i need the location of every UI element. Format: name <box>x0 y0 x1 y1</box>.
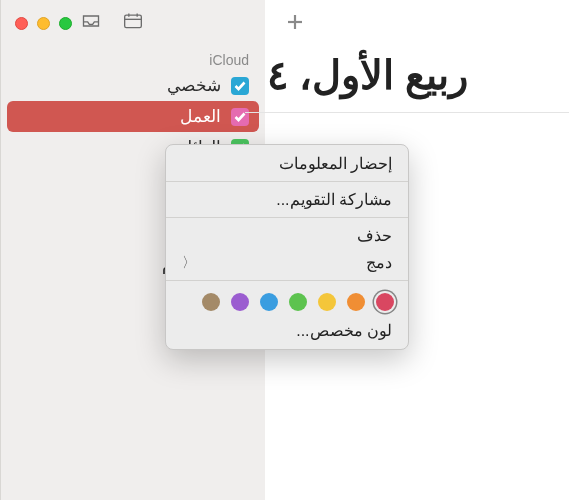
inbox-icon[interactable] <box>81 12 101 34</box>
chevron-left-icon: 〈 <box>182 254 196 272</box>
color-picker-row <box>166 285 408 317</box>
maximize-icon[interactable] <box>59 17 72 30</box>
menu-get-info[interactable]: إحضار المعلومات <box>166 150 408 177</box>
color-swatch[interactable] <box>289 293 307 311</box>
close-icon[interactable] <box>15 17 28 30</box>
calendar-label: العمل <box>17 106 221 127</box>
calendar-label: شخصي <box>17 75 221 96</box>
calendar-icon[interactable] <box>123 12 143 34</box>
page-title: ربيع الأول، ٤ <box>265 46 569 112</box>
color-swatch[interactable] <box>231 293 249 311</box>
window-controls <box>15 17 72 30</box>
color-swatch[interactable] <box>202 293 220 311</box>
checkbox-icon[interactable] <box>231 108 249 126</box>
section-label-icloud: iCloud <box>1 46 265 70</box>
minimize-icon[interactable] <box>37 17 50 30</box>
svg-rect-0 <box>125 15 142 28</box>
color-swatch[interactable] <box>376 293 394 311</box>
menu-share-calendar[interactable]: مشاركة التقويم... <box>166 186 408 213</box>
menu-merge[interactable]: دمج 〈 <box>166 249 408 276</box>
calendar-item[interactable]: شخصي <box>7 70 259 101</box>
menu-delete[interactable]: حذف <box>166 222 408 249</box>
color-swatch[interactable] <box>318 293 336 311</box>
titlebar <box>1 0 265 46</box>
context-menu: إحضار المعلومات مشاركة التقويم... حذف دم… <box>165 144 409 350</box>
add-icon[interactable] <box>283 12 305 34</box>
menu-custom-color[interactable]: لون مخصص... <box>166 317 408 344</box>
divider <box>245 112 569 113</box>
calendar-item[interactable]: العمل <box>7 101 259 132</box>
color-swatch[interactable] <box>347 293 365 311</box>
checkbox-icon[interactable] <box>231 77 249 95</box>
color-swatch[interactable] <box>260 293 278 311</box>
